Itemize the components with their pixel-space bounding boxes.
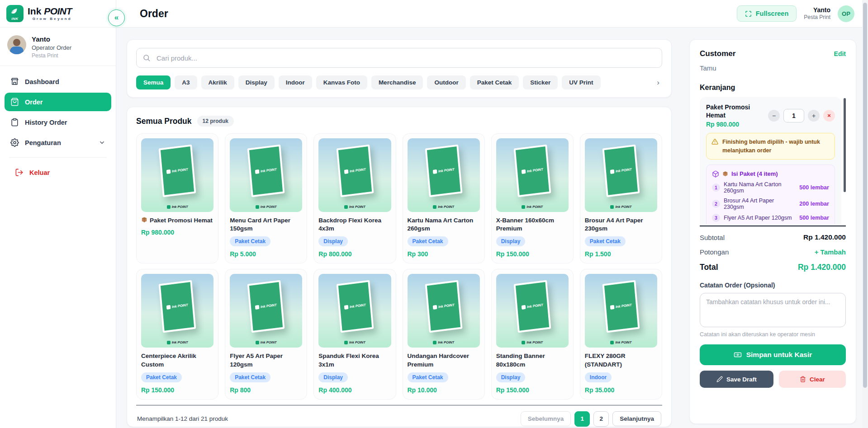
- package-item-name: Brosur A4 Art Paper 230gsm: [724, 198, 796, 210]
- product-card[interactable]: Ink POINTInk POINT Undangan Hardcover Pr…: [403, 269, 485, 399]
- product-image: Ink POINTInk POINT: [141, 138, 213, 212]
- sidebar-item-label: Order: [25, 99, 43, 106]
- category-chip-indoor[interactable]: Indoor: [279, 75, 312, 89]
- save-draft-button[interactable]: Save Draft: [700, 371, 773, 388]
- product-grid: Ink POINTInk POINT Paket Promosi Hemat R…: [136, 133, 662, 400]
- page-scrollbar-track[interactable]: [862, 0, 868, 428]
- profile-company: Pesta Print: [32, 52, 71, 59]
- category-chip-merchandise[interactable]: Merchandise: [371, 75, 423, 89]
- product-image: Ink POINTInk POINT: [585, 274, 657, 348]
- category-chip-sticker[interactable]: Sticker: [523, 75, 558, 89]
- header-avatar[interactable]: OP: [838, 5, 854, 22]
- category-chip-uv-print[interactable]: UV Print: [562, 75, 600, 89]
- product-name: X-Banner 160x60cm Premium: [496, 216, 569, 233]
- product-card[interactable]: Ink POINTInk POINT Backdrop Flexi Korea …: [313, 133, 396, 263]
- category-chip-kanvas-foto[interactable]: Kanvas Foto: [316, 75, 367, 89]
- qty-decrease-button[interactable]: −: [768, 110, 780, 122]
- product-image: Ink POINTInk POINT: [408, 274, 480, 348]
- category-chip-paket-cetak[interactable]: Paket Cetak: [470, 75, 519, 89]
- subtotal-value: Rp 1.420.000: [803, 233, 846, 241]
- product-card[interactable]: Ink POINTInk POINT Paket Promosi Hemat R…: [136, 133, 218, 263]
- product-card[interactable]: Ink POINTInk POINT FLEXY 280GR (STANDART…: [580, 269, 662, 399]
- product-category-badge: Indoor: [585, 372, 612, 382]
- brand-name: Ink: [28, 6, 41, 16]
- sidebar-item-history-order[interactable]: History Order: [5, 113, 111, 132]
- product-name: Brosur A4 Art Paper 230gsm: [585, 216, 657, 233]
- cart-scrollbar[interactable]: [844, 98, 846, 192]
- customer-section-title: Customer: [700, 49, 735, 58]
- order-notes-label: Catatan Order (Opsional): [700, 282, 846, 289]
- sidebar-item-dashboard[interactable]: Dashboard: [5, 72, 111, 91]
- user-avatar: [7, 35, 26, 54]
- main-column: Order Fullscreen Yanto Pesta Print OP: [116, 0, 868, 428]
- product-card[interactable]: Ink POINTInk POINT Standing Banner 80x18…: [491, 269, 574, 399]
- category-chip-display[interactable]: Display: [238, 75, 275, 89]
- cart-panel: Customer Edit Tamu Keranjang Paket Promo…: [689, 39, 856, 424]
- gear-icon: [10, 138, 19, 147]
- warning-icon: [711, 138, 718, 145]
- clear-cart-button[interactable]: Clear: [779, 371, 846, 388]
- sidebar-nav: Dashboard Order History Order Pengaturan…: [0, 66, 116, 186]
- product-card[interactable]: Ink POINTInk POINT Flyer A5 Art Paper 12…: [225, 269, 307, 399]
- fullscreen-label: Fullscreen: [756, 10, 789, 17]
- product-category-badge: Paket Cetak: [230, 236, 270, 246]
- sidebar-item-label: Dashboard: [25, 78, 59, 85]
- qty-input[interactable]: [783, 109, 804, 122]
- customer-name: Tamu: [700, 64, 846, 72]
- package-item: 1 Kartu Nama Art Carton 260gsm 500 lemba…: [712, 181, 829, 194]
- product-card[interactable]: Ink POINTInk POINT Kartu Nama Art Carton…: [403, 133, 485, 263]
- pencil-icon: [716, 376, 723, 382]
- product-card[interactable]: Ink POINTInk POINT Spanduk Flexi Korea 3…: [313, 269, 396, 399]
- pagination-page-2[interactable]: 2: [593, 411, 609, 427]
- product-image: Ink POINTInk POINT: [585, 138, 657, 212]
- save-for-cashier-button[interactable]: Simpan untuk Kasir: [700, 344, 846, 365]
- product-name: Menu Card Art Paper 150gsm: [230, 216, 302, 233]
- product-card[interactable]: Ink POINTInk POINT Centerpiece Akrilik C…: [136, 269, 218, 399]
- logout-button[interactable]: Keluar: [5, 163, 111, 182]
- category-chip-a3[interactable]: A3: [175, 75, 197, 89]
- warning-text: Finishing belum dipilih - wajib untuk me…: [722, 138, 830, 154]
- content-column: Semua A3 Akrilik Display Indoor Kanvas F…: [127, 39, 672, 427]
- category-chip-semua[interactable]: Semua: [136, 75, 171, 89]
- products-count-badge: 12 produk: [197, 116, 234, 127]
- product-price: Rp 150.000: [496, 250, 569, 258]
- header-user-name: Yanto: [804, 6, 830, 14]
- summary-divider: [700, 226, 846, 226]
- fullscreen-button[interactable]: Fullscreen: [737, 5, 797, 22]
- pagination-prev-button[interactable]: Sebelumnya: [521, 411, 571, 426]
- banknote-icon: [734, 351, 742, 359]
- order-notes-textarea[interactable]: [700, 293, 846, 327]
- category-chip-outdoor[interactable]: Outdoor: [427, 75, 465, 89]
- profile-role: Operator Order: [32, 44, 71, 51]
- category-chip-akrilik[interactable]: Akrilik: [201, 75, 234, 89]
- clipboard-icon: [10, 118, 19, 127]
- shopping-bag-icon: [10, 98, 19, 106]
- product-category-badge: Display: [318, 236, 348, 246]
- remove-item-button[interactable]: ×: [823, 110, 835, 122]
- sidebar-item-order[interactable]: Order: [5, 93, 111, 111]
- pagination-next-button[interactable]: Selanjutnya: [612, 411, 661, 426]
- finishing-warning: Finishing belum dipilih - wajib untuk me…: [706, 133, 835, 159]
- product-card[interactable]: Ink POINTInk POINT Menu Card Art Paper 1…: [225, 133, 307, 263]
- order-page: INK Ink POINT Grow Beyond Yanto Operator…: [0, 0, 868, 428]
- add-discount-button[interactable]: + Tambah: [815, 248, 846, 256]
- sidebar-item-pengaturan[interactable]: Pengaturan: [5, 133, 111, 152]
- search-input[interactable]: [136, 48, 662, 68]
- products-card: Semua Produk 12 produk Ink POINTInk POIN…: [127, 107, 672, 427]
- package-item-qty: 500 lembar: [799, 215, 829, 221]
- qty-increase-button[interactable]: +: [808, 110, 820, 122]
- store-icon: [10, 77, 19, 86]
- product-card[interactable]: Ink POINTInk POINT X-Banner 160x60cm Pre…: [491, 133, 574, 263]
- product-name: Standing Banner 80x180cm: [496, 352, 569, 368]
- cart-scroll-area[interactable]: Paket Promosi Hemat Rp 980.000 − + ×: [700, 97, 846, 225]
- product-card[interactable]: Ink POINTInk POINT Brosur A4 Art Paper 2…: [580, 133, 662, 263]
- chevron-right-icon[interactable]: ›: [654, 78, 662, 87]
- sidebar-collapse-button[interactable]: «: [108, 9, 125, 26]
- package-contents: Isi Paket (4 item) 1 Kartu Nama Art Cart…: [706, 165, 835, 225]
- page-scrollbar-thumb[interactable]: [863, 3, 867, 388]
- customer-edit-link[interactable]: Edit: [834, 50, 846, 57]
- brand-name-secondary: POINT: [44, 6, 72, 16]
- logout-label: Keluar: [29, 169, 50, 176]
- product-price: Rp 300: [408, 250, 480, 258]
- pagination-page-1[interactable]: 1: [574, 411, 590, 427]
